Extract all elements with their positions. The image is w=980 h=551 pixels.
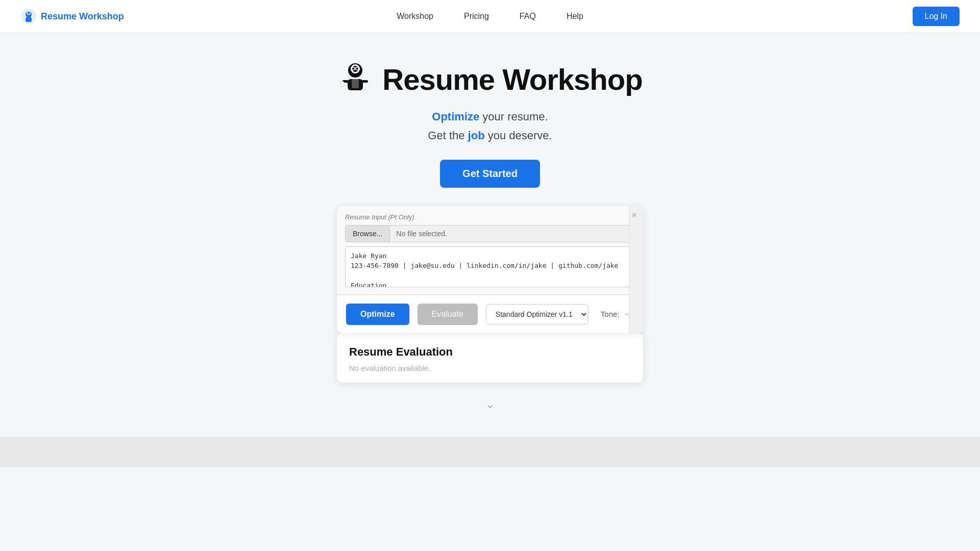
hero-title-row: Resume Workshop [337, 61, 642, 97]
hero-subtitle: Optimize your resume. Get the job you de… [428, 107, 552, 145]
footer-area [0, 437, 980, 467]
svg-rect-14 [362, 80, 368, 83]
right-panel-hint: R [629, 206, 643, 333]
chevron-down-icon: ⌄ [485, 398, 495, 411]
hero-job-text: job [468, 129, 485, 142]
scroll-indicator: ⌄ [485, 398, 495, 411]
nav-pricing[interactable]: Pricing [464, 12, 489, 21]
login-button[interactable]: Log In [913, 7, 960, 26]
browse-button[interactable]: Browse... [346, 226, 390, 242]
evaluation-section: Resume Evaluation No evaluation availabl… [337, 333, 643, 383]
evaluation-title: Resume Evaluation [349, 345, 631, 359]
right-panel-hint-inner: R [629, 206, 643, 224]
hero-subtitle-suffix1: your resume. [479, 110, 548, 123]
hero-subtitle-line2-suffix: you deserve. [485, 129, 552, 142]
svg-rect-3 [26, 17, 32, 22]
get-started-button[interactable]: Get Started [440, 160, 540, 188]
optimize-button[interactable]: Optimize [346, 304, 409, 325]
hero-subtitle-line2-prefix: Get the [428, 129, 468, 142]
logo[interactable]: Resume Workshop [20, 8, 124, 24]
logo-icon [20, 8, 37, 24]
evaluation-empty-label: No evaluation available. [349, 364, 631, 372]
hero-section: Resume Workshop Optimize your resume. Ge… [0, 33, 980, 427]
svg-rect-12 [352, 79, 359, 88]
nav-help[interactable]: Help [567, 12, 583, 21]
optimizer-select[interactable]: Standard Optimizer v1.1 [486, 304, 589, 324]
cards-wrapper: Resume Input (Pt Only) Browse... No file… [337, 206, 643, 383]
nav-workshop[interactable]: Workshop [397, 12, 433, 21]
navbar: Resume Workshop Workshop Pricing FAQ Hel… [0, 0, 980, 33]
evaluate-button[interactable]: Evaluate [418, 304, 478, 325]
main-nav: Workshop Pricing FAQ Help [397, 12, 583, 21]
svg-point-4 [28, 12, 30, 14]
file-name-label: No file selected. [390, 226, 634, 242]
tone-label: Tone: [601, 310, 620, 318]
file-input-row: Browse... No file selected. [345, 225, 635, 242]
nav-faq[interactable]: FAQ [520, 12, 536, 21]
resume-input-label: Resume Input (Pt Only) [345, 213, 635, 221]
workshop-card: Resume Input (Pt Only) Browse... No file… [337, 206, 643, 333]
hero-optimize-text: Optimize [432, 110, 479, 123]
mascot-icon [337, 61, 373, 97]
resume-textarea[interactable] [345, 246, 635, 287]
workshop-card-top: Resume Input (Pt Only) Browse... No file… [337, 206, 643, 295]
logo-text: Resume Workshop [41, 11, 124, 22]
svg-rect-15 [340, 82, 344, 87]
workshop-card-actions: Optimize Evaluate Standard Optimizer v1.… [337, 295, 643, 333]
hero-title: Resume Workshop [382, 62, 642, 96]
